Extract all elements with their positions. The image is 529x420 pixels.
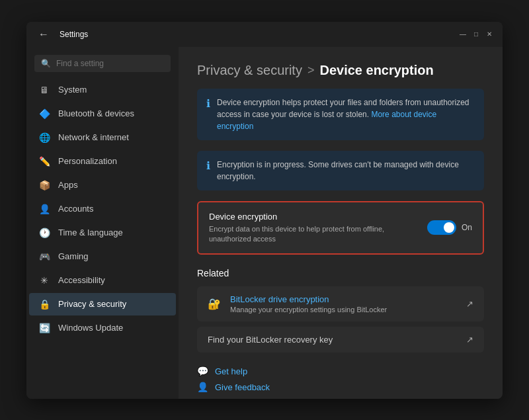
sidebar-item-system[interactable]: 🖥 System xyxy=(29,79,176,101)
feedback-link[interactable]: 👤 Give feedback xyxy=(197,382,484,392)
toggle-container: On xyxy=(427,220,472,235)
bitlocker-description: Manage your encryption settings using Bi… xyxy=(230,306,387,314)
feedback-label: Give feedback xyxy=(215,382,270,392)
sidebar-label-update: Windows Update xyxy=(58,323,123,333)
title-bar: ← Settings — □ ✕ xyxy=(26,22,503,47)
update-icon: 🔄 xyxy=(38,322,50,334)
apps-icon: 📦 xyxy=(38,179,50,191)
title-bar-left: ← Settings xyxy=(34,27,88,42)
sidebar-item-personalization[interactable]: ✏️ Personalization xyxy=(29,150,176,173)
bitlocker-icon: 🔐 xyxy=(208,298,221,310)
network-icon: 🌐 xyxy=(38,132,50,144)
sidebar-label-gaming: Gaming xyxy=(58,251,89,261)
feedback-icon: 👤 xyxy=(197,382,208,392)
related-item-text-recovery: Find your BitLocker recovery key xyxy=(208,335,333,345)
related-item-text-bitlocker: BitLocker drive encryption Manage your e… xyxy=(230,294,387,314)
minimize-button[interactable]: — xyxy=(458,30,468,39)
sidebar-label-privacy: Privacy & security xyxy=(58,299,126,309)
accounts-icon: 👤 xyxy=(38,203,50,215)
bluetooth-icon: 🔷 xyxy=(38,108,50,120)
info-icon: ℹ xyxy=(206,97,210,110)
sidebar-label-personalization: Personalization xyxy=(58,156,117,166)
search-icon: 🔍 xyxy=(41,59,51,68)
breadcrumb-parent: Privacy & security xyxy=(197,63,302,78)
sidebar-label-apps: Apps xyxy=(58,180,78,190)
encryption-card-description: Encrypt data on this device to help prot… xyxy=(209,224,427,245)
content-area: 🔍 🖥 System 🔷 Bluetooth & devices 🌐 Netwo… xyxy=(26,47,503,399)
breadcrumb-separator: > xyxy=(307,63,315,77)
time-icon: 🕐 xyxy=(38,227,50,239)
encryption-card-title: Device encryption xyxy=(209,212,427,222)
info-banner: ℹ Device encryption helps protect your f… xyxy=(197,89,484,140)
settings-window: ← Settings — □ ✕ 🔍 🖥 System 🔷 Bluetooth … xyxy=(26,22,503,399)
recovery-external-icon: ↗ xyxy=(466,335,473,345)
sidebar-item-time[interactable]: 🕐 Time & language xyxy=(29,222,176,244)
sidebar-label-network: Network & internet xyxy=(58,132,129,142)
encryption-status-banner: ℹ Encryption is in progress. Some drives… xyxy=(197,151,484,190)
sidebar-item-accounts[interactable]: 👤 Accounts xyxy=(29,198,176,220)
encryption-status-text: Encryption is in progress. Some drives c… xyxy=(217,159,475,183)
maximize-button[interactable]: □ xyxy=(471,30,481,39)
system-icon: 🖥 xyxy=(38,84,50,96)
related-item-left-bitlocker: 🔐 BitLocker drive encryption Manage your… xyxy=(208,294,387,314)
encryption-card-text: Device encryption Encrypt data on this d… xyxy=(209,212,427,245)
gaming-icon: 🎮 xyxy=(38,251,50,263)
sidebar-item-privacy[interactable]: 🔒 Privacy & security xyxy=(29,293,176,315)
encryption-toggle[interactable] xyxy=(427,220,456,235)
sidebar: 🔍 🖥 System 🔷 Bluetooth & devices 🌐 Netwo… xyxy=(26,47,179,399)
sidebar-label-time: Time & language xyxy=(58,228,123,237)
sidebar-item-bluetooth[interactable]: 🔷 Bluetooth & devices xyxy=(29,103,176,125)
close-button[interactable]: ✕ xyxy=(484,30,495,39)
get-help-link[interactable]: 💬 Get help xyxy=(197,366,484,376)
search-box[interactable]: 🔍 xyxy=(34,55,171,72)
sidebar-item-apps[interactable]: 📦 Apps xyxy=(29,174,176,196)
related-item-left-recovery: Find your BitLocker recovery key xyxy=(208,335,333,345)
toggle-label: On xyxy=(462,223,472,232)
related-section-title: Related xyxy=(197,268,484,278)
sidebar-item-accessibility[interactable]: ✳ Accessibility xyxy=(29,269,176,292)
breadcrumb-current: Device encryption xyxy=(319,63,433,78)
window-title: Settings xyxy=(60,30,88,39)
main-content: Privacy & security > Device encryption ℹ… xyxy=(179,47,503,399)
encryption-card: Device encryption Encrypt data on this d… xyxy=(197,201,484,255)
sidebar-item-gaming[interactable]: 🎮 Gaming xyxy=(29,245,176,268)
sidebar-label-accounts: Accounts xyxy=(58,204,93,214)
sidebar-label-accessibility: Accessibility xyxy=(58,275,105,285)
sidebar-item-network[interactable]: 🌐 Network & internet xyxy=(29,126,176,149)
toggle-thumb xyxy=(444,222,454,233)
info-text: Device encryption helps protect your fil… xyxy=(217,97,475,132)
personalization-icon: ✏️ xyxy=(38,155,50,167)
footer-links: 💬 Get help 👤 Give feedback xyxy=(197,366,484,392)
sidebar-label-bluetooth: Bluetooth & devices xyxy=(58,108,134,118)
back-button[interactable]: ← xyxy=(34,27,53,42)
breadcrumb: Privacy & security > Device encryption xyxy=(197,63,484,78)
recovery-title: Find your BitLocker recovery key xyxy=(208,335,333,345)
help-icon: 💬 xyxy=(197,366,208,376)
window-controls: — □ ✕ xyxy=(458,30,495,39)
accessibility-icon: ✳ xyxy=(38,274,50,286)
related-section: Related 🔐 BitLocker drive encryption Man… xyxy=(197,268,484,353)
sidebar-item-update[interactable]: 🔄 Windows Update xyxy=(29,317,176,339)
bitlocker-external-icon: ↗ xyxy=(466,299,473,309)
sidebar-label-system: System xyxy=(58,85,87,95)
status-info-icon: ℹ xyxy=(206,159,210,172)
help-label: Get help xyxy=(215,366,247,376)
privacy-icon: 🔒 xyxy=(38,298,50,310)
related-item-bitlocker[interactable]: 🔐 BitLocker drive encryption Manage your… xyxy=(197,286,484,321)
search-input[interactable] xyxy=(56,59,164,68)
bitlocker-title: BitLocker drive encryption xyxy=(230,294,387,304)
related-item-recovery[interactable]: Find your BitLocker recovery key ↗ xyxy=(197,327,484,353)
